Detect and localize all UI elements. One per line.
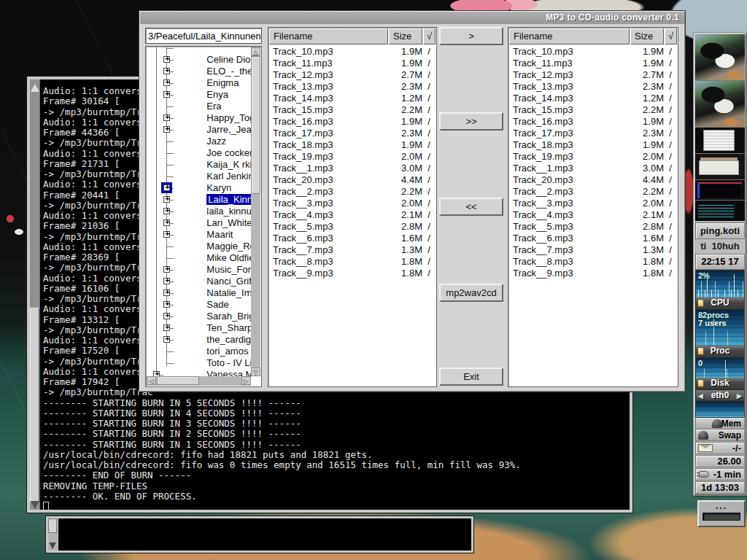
tree-item[interactable]: Natalie_Imbruglia (147, 276, 251, 287)
tree-item[interactable]: the_cardigans (147, 322, 251, 334)
scroll-up-icon[interactable] (31, 84, 39, 92)
net-prev-icon[interactable]: ◀ (698, 391, 703, 401)
file-row[interactable]: Track__3.mp3 2.0M / (269, 198, 436, 209)
file-row[interactable]: Track_19.mp3 2.0M / (269, 151, 436, 163)
expand-icon[interactable] (163, 173, 170, 179)
expand-icon[interactable] (163, 336, 170, 343)
tree-item[interactable]: Jazz (147, 124, 251, 136)
file-row[interactable]: Track_12.mp3 2.7M / (269, 69, 436, 81)
disk-label[interactable]: Disk (695, 378, 745, 389)
tree-item[interactable]: Era (147, 89, 251, 101)
tree-item[interactable]: Karl Jenkins (147, 159, 251, 171)
file-row[interactable]: Track__9.mp3 1.8M / (509, 268, 677, 279)
file-row[interactable]: Track_10.mp3 1.9M / (269, 46, 436, 58)
pager-desktop-1[interactable] (695, 34, 745, 81)
scroll-right-icon[interactable] (241, 376, 251, 385)
filename-column-header[interactable]: Filename (509, 28, 630, 44)
scrollbar-thumb[interactable] (251, 56, 260, 194)
scroll-down-icon[interactable] (31, 501, 39, 509)
expand-icon[interactable] (163, 359, 170, 366)
scroll-down-icon[interactable] (49, 542, 56, 549)
hostname-button[interactable]: ping.koti (695, 222, 745, 239)
file-row[interactable]: Track_16.mp3 1.9M / (269, 116, 436, 128)
file-row[interactable]: Track__5.mp3 2.8M / (269, 221, 436, 233)
tree-item[interactable]: Laila_Kinnunen (147, 182, 251, 194)
window-title-bar[interactable]: MP3 to CD-audio converter 0.1 (140, 12, 684, 24)
tree-item[interactable]: Karyn (147, 171, 251, 182)
tree-item[interactable]: ELO_-_the_very (147, 54, 251, 66)
expand-icon[interactable] (163, 324, 170, 331)
expand-icon[interactable] (163, 79, 170, 86)
expand-icon[interactable] (163, 231, 170, 238)
scrollbar-thumb[interactable] (48, 518, 57, 533)
file-row[interactable]: Track_13.mp3 2.3M / (509, 81, 677, 93)
tree-item[interactable]: Maarit (147, 217, 251, 229)
file-row[interactable]: Track__2.mp3 2.2M / (509, 186, 677, 198)
file-row[interactable]: Track__3.mp3 2.0M / (509, 198, 677, 209)
file-row[interactable]: Track__5.mp3 2.8M / (509, 221, 677, 233)
file-row[interactable]: Track_18.mp3 1.9M / (269, 139, 436, 151)
expand-icon[interactable] (163, 114, 170, 121)
tree-item[interactable]: Mike Oldfield (147, 241, 251, 252)
path-input[interactable] (145, 28, 262, 44)
expand-icon[interactable] (163, 149, 170, 156)
expand-icon[interactable] (163, 278, 170, 284)
file-row[interactable]: Track_10.mp3 1.9M / (509, 46, 677, 58)
file-row[interactable]: Track__1.mp3 3.0M / (509, 163, 677, 174)
expand-icon[interactable] (163, 68, 170, 74)
file-row[interactable]: Track__7.mp3 1.3M / (269, 244, 436, 256)
remove-all-button[interactable]: << (439, 198, 503, 216)
tree-horizontal-scrollbar[interactable] (147, 376, 251, 386)
tree-item[interactable]: Jarre,_Jean-Mic (147, 112, 251, 124)
file-row[interactable]: Track_20.mp3 4.4M / (509, 174, 677, 186)
file-row[interactable]: Track_12.mp3 2.7M / (509, 69, 677, 81)
file-row[interactable]: Track_19.mp3 2.0M / (509, 151, 677, 163)
file-row[interactable]: Track_11.mp3 1.9M / (509, 58, 677, 69)
move-all-button[interactable]: >> (439, 112, 503, 131)
file-row[interactable]: Track_20.mp3 4.4M / (269, 174, 436, 186)
tree-item[interactable]: Celine Dion (147, 47, 251, 54)
pager-desktop-4[interactable] (695, 154, 745, 180)
file-row[interactable]: Track__6.mp3 1.6M / (269, 233, 436, 244)
file-row[interactable]: Track_17.mp3 2.3M / (509, 128, 677, 139)
mail-monitor[interactable]: -/- (695, 442, 745, 454)
expand-icon[interactable] (163, 348, 170, 354)
clock[interactable]: 22:15 17 (695, 254, 745, 270)
expand-icon[interactable] (163, 313, 170, 319)
tree-item[interactable]: Pop (147, 369, 251, 376)
tree-item[interactable]: tori_amos (147, 334, 251, 346)
expand-icon[interactable] (163, 126, 170, 133)
pager-desktop-6[interactable] (695, 201, 745, 221)
tree-item[interactable]: Sade (147, 287, 251, 299)
expand-icon[interactable] (163, 103, 170, 109)
file-row[interactable]: Track__4.mp3 2.1M / (509, 209, 677, 221)
tree-item[interactable]: Music_For_Pisce (147, 252, 251, 264)
expand-icon[interactable] (163, 91, 170, 98)
file-row[interactable]: Track__6.mp3 1.6M / (509, 233, 677, 244)
file-row[interactable]: Track_15.mp3 2.2M / (269, 104, 436, 116)
scrollbar-thumb[interactable] (157, 376, 199, 385)
file-row[interactable]: Track__1.mp3 3.0M / (269, 163, 436, 174)
scrollbar-thumb[interactable] (30, 308, 39, 502)
scroll-down-icon[interactable] (251, 368, 260, 376)
size-column-header[interactable]: Size (389, 28, 422, 44)
tree-item[interactable]: Enya (147, 77, 251, 89)
tree-item[interactable]: Joe cocker (147, 136, 251, 147)
file-row[interactable]: Track__8.mp3 1.8M / (509, 256, 677, 268)
file-row[interactable]: Track_14.mp3 1.2M / (269, 93, 436, 104)
filename-column-header[interactable]: Filename (269, 28, 388, 44)
file-row[interactable]: Track_15.mp3 2.2M / (509, 104, 677, 116)
expand-icon[interactable] (163, 208, 170, 214)
tree-item[interactable]: Vanessa Mae - (147, 357, 251, 369)
pager-desktop-2[interactable] (695, 81, 745, 128)
net-interface-selector[interactable]: ◀ eth0 ▶ (695, 389, 745, 401)
pager-desktop-3[interactable] (695, 128, 745, 154)
file-row[interactable]: Track_13.mp3 2.3M / (269, 81, 436, 93)
expand-icon[interactable] (163, 266, 170, 273)
expand-icon[interactable] (163, 219, 170, 226)
net-next-icon[interactable]: ▶ (737, 391, 742, 401)
tree-vertical-scrollbar[interactable] (251, 47, 260, 376)
expand-icon[interactable] (163, 47, 170, 51)
tree-item[interactable]: Happy_Together (147, 101, 251, 112)
tree-item[interactable]: Nanci_Griffith (147, 264, 251, 276)
